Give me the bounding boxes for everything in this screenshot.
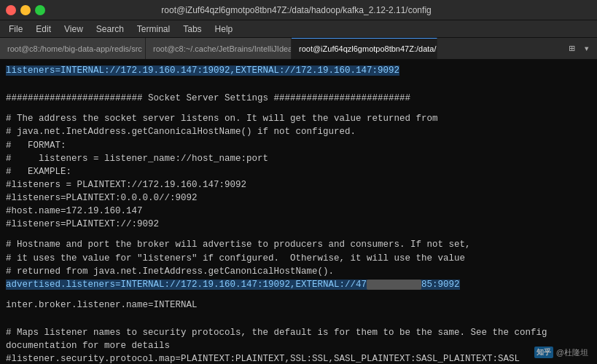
line-broker: inter.broker.listener.name=INTERNAL (6, 298, 591, 312)
tab-1[interactable]: root@c8:~/.cache/JetBrains/IntelliJIdea2… (146, 38, 292, 59)
tab-label-0: root@c8:/home/big-data-app/redis/src (7, 44, 142, 53)
menu-help[interactable]: Help (209, 23, 239, 36)
line-comment3: # FORMAT: (6, 139, 591, 152)
terminal-content[interactable]: listeners=INTERNAL://172.19.160.147:1909… (0, 60, 597, 364)
tab-new-icon[interactable]: ⊞ (566, 41, 577, 56)
line-maps1: # Maps listener names to security protoc… (6, 326, 591, 339)
tab-2[interactable]: root@iZuf64qzl6gmotpo8tbn47Z:/data/hado.… (292, 38, 437, 59)
line-maps3: #listener.security.protocol.map=PLAINTEX… (6, 352, 591, 364)
tab-actions: ⊞ ▾ (561, 38, 597, 59)
menu-tabs[interactable]: Tabs (177, 23, 207, 36)
close-button[interactable] (6, 5, 16, 15)
minimize-button[interactable] (20, 5, 31, 15)
tab-label-2: root@iZuf64qzl6gmotpo8tbn47Z:/data/hado.… (299, 44, 437, 53)
line-comment4: # listeners = listener_name://host_name:… (6, 152, 591, 165)
line-advertised: advertised.listeners=INTERNAL://172.19.1… (6, 278, 591, 291)
menu-bar: File Edit View Search Terminal Tabs Help (0, 20, 597, 38)
menu-search[interactable]: Search (90, 23, 130, 36)
line-comment12: # returned from java.net.InetAddress.get… (6, 265, 591, 278)
watermark-logo: 知乎 (534, 347, 553, 358)
tab-0[interactable]: root@c8:/home/big-data-app/redis/src ✕ (0, 38, 146, 59)
window-controls[interactable] (6, 5, 45, 15)
maximize-button[interactable] (35, 5, 45, 15)
line-header: ######################### Socket Server … (6, 92, 591, 105)
menu-terminal[interactable]: Terminal (131, 23, 176, 36)
line-comment8: #host.name=172.19.160.147 (6, 205, 591, 218)
watermark-text: @杜隆坦 (556, 347, 588, 358)
line-comment11: # it uses the value for "listeners" if c… (6, 252, 591, 265)
title-bar: root@iZuf64qzl6gmotpo8tbn47Z:/data/hadoo… (0, 0, 597, 20)
line-comment7: #listeners=PLAINTEXT:0.0.0.0//:9092 (6, 191, 591, 205)
line-1-text: listeners=INTERNAL://172.19.160.147:1909… (6, 66, 399, 76)
line-comment9: #listeners=PLAINTEXT://:9092 (6, 218, 591, 231)
line-maps2: documentation for more details (6, 339, 591, 352)
window-title: root@iZuf64qzl6gmotpo8tbn47Z:/data/hadoo… (45, 5, 547, 15)
line-comment1: # The address the socket server listens … (6, 112, 591, 125)
tab-label-1: root@c8:~/.cache/JetBrains/IntelliJIdea2… (153, 44, 292, 53)
tab-bar: root@c8:/home/big-data-app/redis/src ✕ r… (0, 38, 597, 60)
line-1: listeners=INTERNAL://172.19.160.147:1909… (6, 64, 591, 77)
line-comment2: # java.net.InetAddress.getCanonicalHostN… (6, 125, 591, 138)
menu-edit[interactable]: Edit (30, 23, 57, 36)
line-comment10: # Hostname and port the broker will adve… (6, 238, 591, 251)
menu-view[interactable]: View (58, 23, 89, 36)
tab-chevron-icon[interactable]: ▾ (581, 41, 593, 56)
watermark: 知乎 @杜隆坦 (534, 347, 588, 358)
line-comment6: #listeners = PLAINTEXT://172.19.160.147:… (6, 178, 591, 191)
line-comment5: # EXAMPLE: (6, 165, 591, 178)
menu-file[interactable]: File (3, 23, 28, 36)
